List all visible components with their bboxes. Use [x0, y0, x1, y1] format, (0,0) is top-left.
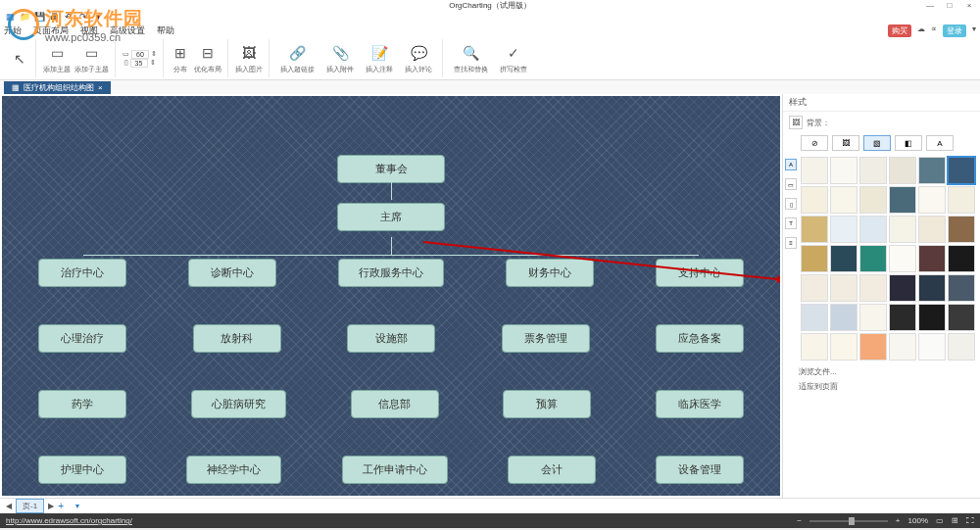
- spell-icon[interactable]: ✓: [504, 43, 523, 63]
- org-r4-3[interactable]: 会计: [508, 456, 596, 484]
- distribute-icon[interactable]: ⊞: [171, 43, 190, 63]
- pattern-swatch-7[interactable]: [830, 186, 858, 214]
- view-mode-1-icon[interactable]: ▭: [936, 516, 944, 525]
- org-r2-3[interactable]: 票务管理: [502, 324, 590, 353]
- add-page-button[interactable]: +: [58, 501, 64, 511]
- pattern-cat-0[interactable]: A: [785, 159, 797, 170]
- org-r3-0[interactable]: 药学: [38, 390, 126, 418]
- pattern-swatch-26[interactable]: [859, 274, 887, 302]
- pattern-swatch-34[interactable]: [918, 304, 946, 331]
- org-r4-0[interactable]: 护理中心: [38, 456, 126, 484]
- org-r4-4[interactable]: 设备管理: [656, 456, 744, 484]
- undo-icon[interactable]: ↶: [63, 11, 74, 23]
- pattern-swatch-37[interactable]: [830, 333, 858, 361]
- view-mode-3-icon[interactable]: ⛶: [966, 516, 974, 525]
- pattern-swatch-21[interactable]: [889, 245, 916, 272]
- maximize-button[interactable]: □: [943, 1, 956, 9]
- menu-start[interactable]: 开始: [4, 24, 22, 37]
- redo-icon[interactable]: ↷: [77, 11, 89, 23]
- width-input[interactable]: 60: [131, 50, 149, 59]
- org-r2-4[interactable]: 应急备案: [656, 324, 744, 353]
- page-tab[interactable]: 页-1: [16, 499, 44, 513]
- find-icon[interactable]: 🔍: [462, 43, 481, 63]
- zoom-in-button[interactable]: +: [896, 516, 901, 525]
- fit-page-link[interactable]: 适应到页面: [799, 381, 964, 392]
- document-tab[interactable]: ▦ 医疗机构组织结构图 ×: [4, 81, 111, 94]
- pattern-cat-3[interactable]: T: [785, 217, 797, 229]
- print-icon[interactable]: 🖶: [48, 11, 60, 23]
- pattern-cat-4[interactable]: ≡: [785, 237, 797, 249]
- browse-file-link[interactable]: 浏览文件...: [799, 366, 964, 377]
- pattern-swatch-9[interactable]: [889, 186, 916, 214]
- pattern-swatch-28[interactable]: [918, 274, 946, 302]
- pattern-swatch-36[interactable]: [801, 333, 828, 361]
- pattern-swatch-11[interactable]: [948, 186, 975, 214]
- add-theme-icon[interactable]: ▭: [47, 43, 67, 63]
- more-icon[interactable]: ▾: [92, 11, 104, 23]
- pattern-swatch-0[interactable]: [801, 157, 828, 184]
- remark-icon[interactable]: 💬: [409, 43, 428, 63]
- org-root[interactable]: 董事会: [337, 155, 445, 183]
- pattern-swatch-17[interactable]: [948, 216, 975, 243]
- height-input[interactable]: 35: [130, 59, 148, 68]
- pattern-swatch-2[interactable]: [859, 157, 887, 184]
- new-icon[interactable]: ▦: [4, 11, 16, 23]
- org-r3-2[interactable]: 信息部: [351, 390, 439, 418]
- pattern-swatch-14[interactable]: [859, 216, 887, 243]
- pattern-swatch-12[interactable]: [801, 216, 828, 243]
- bg-type-pattern[interactable]: ▧: [863, 135, 891, 151]
- org-center-3[interactable]: 财务中心: [506, 259, 594, 287]
- insert-pic-icon[interactable]: 🖼: [239, 43, 259, 63]
- bg-type-gradient[interactable]: ◧: [895, 135, 922, 151]
- page-prev-icon[interactable]: ◀: [6, 502, 12, 510]
- bg-type-none[interactable]: ⊘: [801, 135, 828, 151]
- pattern-swatch-33[interactable]: [889, 304, 916, 331]
- pattern-swatch-1[interactable]: [830, 157, 858, 184]
- minimize-button[interactable]: —: [923, 1, 937, 9]
- pattern-swatch-29[interactable]: [948, 274, 975, 302]
- menu-view[interactable]: 视图: [80, 24, 98, 37]
- save-icon[interactable]: 💾: [33, 11, 45, 23]
- buy-button[interactable]: 购买: [888, 24, 911, 37]
- pattern-swatch-31[interactable]: [830, 304, 858, 331]
- pattern-swatch-3[interactable]: [889, 157, 916, 184]
- pattern-swatch-18[interactable]: [801, 245, 828, 272]
- pattern-swatch-27[interactable]: [889, 274, 916, 302]
- tab-close-icon[interactable]: ×: [98, 83, 103, 92]
- zoom-out-button[interactable]: −: [797, 516, 802, 525]
- share-icon[interactable]: ∝: [931, 24, 937, 37]
- attachment-icon[interactable]: 📎: [330, 43, 350, 63]
- org-chair[interactable]: 主席: [337, 203, 445, 231]
- cursor-icon[interactable]: ↖: [10, 49, 29, 69]
- pattern-swatch-39[interactable]: [889, 333, 916, 361]
- add-sub-theme-icon[interactable]: ▭: [82, 43, 102, 63]
- pattern-swatch-30[interactable]: [801, 304, 828, 331]
- pattern-cat-1[interactable]: ▭: [785, 178, 797, 190]
- pattern-swatch-19[interactable]: [830, 245, 858, 272]
- hyperlink-icon[interactable]: 🔗: [288, 43, 308, 63]
- pattern-swatch-16[interactable]: [918, 216, 946, 243]
- close-button[interactable]: ×: [962, 1, 976, 9]
- pattern-swatch-38[interactable]: [859, 333, 887, 361]
- pattern-swatch-35[interactable]: [948, 304, 975, 331]
- pattern-swatch-10[interactable]: [918, 186, 946, 214]
- comment-icon[interactable]: 📝: [369, 43, 389, 63]
- org-r4-1[interactable]: 神经学中心: [186, 456, 281, 484]
- dropdown-icon[interactable]: ▾: [972, 24, 976, 37]
- org-r4-2[interactable]: 工作申请中心: [342, 456, 448, 484]
- page-dropdown-icon[interactable]: ▾: [75, 502, 79, 510]
- org-r3-1[interactable]: 心脏病研究: [191, 390, 286, 418]
- pattern-swatch-22[interactable]: [918, 245, 946, 272]
- pattern-swatch-15[interactable]: [889, 216, 916, 243]
- org-r2-1[interactable]: 放射科: [193, 324, 281, 353]
- view-mode-2-icon[interactable]: ⊞: [952, 516, 958, 525]
- optimize-icon[interactable]: ⊟: [198, 43, 218, 63]
- pattern-swatch-25[interactable]: [830, 274, 858, 302]
- menu-advanced[interactable]: 高级设置: [110, 24, 145, 37]
- menu-page-layout[interactable]: 页面布局: [33, 24, 69, 37]
- org-r2-0[interactable]: 心理治疗: [38, 324, 126, 353]
- menu-help[interactable]: 帮助: [157, 24, 174, 37]
- org-center-1[interactable]: 诊断中心: [188, 259, 276, 287]
- pattern-swatch-13[interactable]: [830, 216, 858, 243]
- org-r2-2[interactable]: 设施部: [347, 324, 435, 353]
